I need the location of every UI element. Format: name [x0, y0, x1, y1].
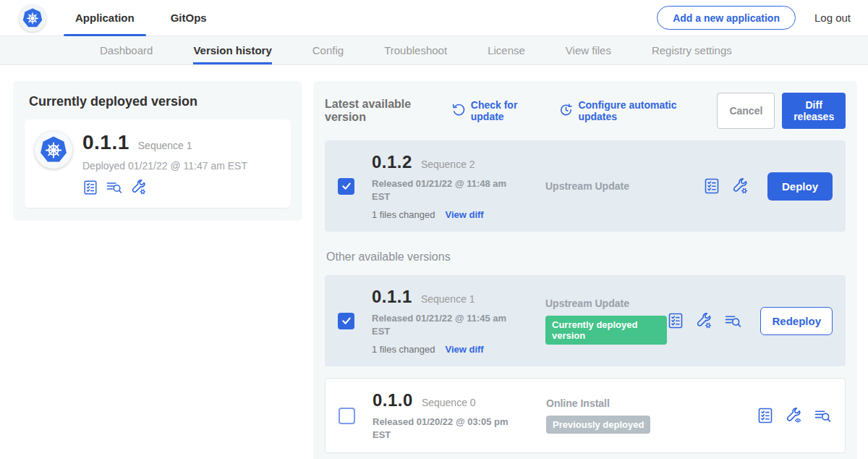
released-timestamp: Released 01/20/22 @ 03:05 pm EST: [373, 416, 510, 441]
preflight-checks-icon[interactable]: [82, 180, 98, 195]
edit-config-icon[interactable]: [731, 177, 749, 195]
tab-registry-settings[interactable]: Registry settings: [652, 36, 732, 64]
deployed-version-number: 0.1.1: [82, 131, 129, 154]
version-number: 0.1.0: [373, 390, 413, 410]
preflight-checks-icon[interactable]: [703, 177, 720, 195]
version-source-label: Upstream Update: [545, 180, 703, 192]
preflight-checks-icon[interactable]: [667, 312, 684, 329]
tab-config[interactable]: Config: [312, 36, 344, 64]
version-row-0-1-0: 0.1.0 Sequence 0 Released 01/20/22 @ 03:…: [325, 378, 846, 453]
version-history-panel: Latest available version Check for updat…: [313, 81, 857, 459]
deployed-timestamp: Deployed 01/21/22 @ 11:47 am EST: [82, 160, 247, 172]
check-for-update-link[interactable]: Check for update: [452, 99, 541, 122]
deployed-version-box: 0.1.1 Sequence 1 Deployed 01/21/22 @ 11:…: [25, 119, 291, 208]
files-changed-label: 1 files changed: [372, 209, 435, 220]
refresh-icon: [452, 103, 466, 119]
other-versions-title: Other available versions: [326, 250, 846, 264]
kubernetes-logo: [19, 4, 46, 32]
preflight-checks-icon[interactable]: [757, 407, 774, 424]
version-source-label: Upstream Update: [545, 298, 667, 309]
deployed-sequence-label: Sequence 1: [138, 140, 192, 151]
app-sub-navbar: Dashboard Version history Config Trouble…: [0, 36, 868, 65]
version-checkbox[interactable]: [339, 408, 355, 424]
tab-version-history[interactable]: Version history: [193, 36, 271, 64]
tab-application[interactable]: Application: [72, 0, 137, 36]
currently-deployed-badge: Currently deployed version: [545, 316, 667, 345]
add-application-button[interactable]: Add a new application: [657, 6, 796, 30]
view-logs-icon[interactable]: [724, 312, 742, 330]
sequence-label: Sequence 2: [421, 159, 475, 170]
released-timestamp: Released 01/21/22 @ 11:48 am EST: [372, 177, 509, 203]
tab-gitops[interactable]: GitOps: [168, 0, 210, 36]
sequence-label: Sequence 0: [422, 397, 476, 408]
version-row-0-1-2: 0.1.2 Sequence 2 Released 01/21/22 @ 11:…: [325, 140, 846, 232]
currently-deployed-title: Currently deployed version: [29, 94, 291, 109]
schedule-update-icon: [559, 103, 573, 119]
view-diff-link[interactable]: View diff: [445, 344, 483, 355]
logout-button[interactable]: Log out: [814, 12, 851, 24]
view-config-icon[interactable]: [785, 407, 803, 425]
view-logs-icon[interactable]: [814, 407, 832, 425]
view-diff-link[interactable]: View diff: [445, 209, 483, 220]
version-source-label: Online Install: [546, 397, 757, 409]
edit-config-icon[interactable]: [695, 312, 713, 330]
latest-version-header: Latest available version Check for updat…: [325, 93, 846, 129]
top-navbar: Application GitOps Add a new application…: [0, 0, 868, 36]
version-number: 0.1.2: [372, 152, 412, 172]
version-number: 0.1.1: [372, 287, 412, 307]
sequence-label: Sequence 1: [421, 293, 475, 305]
currently-deployed-card: Currently deployed version 0.1: [13, 81, 302, 221]
tab-license[interactable]: License: [488, 36, 525, 64]
view-logs-icon[interactable]: [106, 179, 123, 196]
version-checkbox[interactable]: [338, 178, 354, 195]
files-changed-label: 1 files changed: [372, 344, 435, 355]
edit-config-icon[interactable]: [130, 179, 148, 196]
latest-version-title: Latest available version: [325, 98, 439, 124]
deploy-button[interactable]: Deploy: [767, 172, 833, 201]
cancel-button[interactable]: Cancel: [717, 93, 775, 129]
version-row-0-1-1: 0.1.1 Sequence 1 Released 01/21/22 @ 11:…: [325, 275, 846, 366]
tab-view-files[interactable]: View files: [566, 36, 611, 64]
previously-deployed-badge: Previously deployed: [546, 416, 650, 434]
version-checkbox[interactable]: [338, 313, 354, 329]
released-timestamp: Released 01/21/22 @ 11:45 am EST: [372, 312, 509, 337]
tab-dashboard[interactable]: Dashboard: [100, 36, 153, 64]
redeploy-button[interactable]: Redeploy: [760, 307, 833, 335]
diff-releases-button[interactable]: Diff releases: [782, 93, 846, 129]
configure-automatic-updates-link[interactable]: Configure automatic updates: [559, 99, 698, 122]
app-logo: [35, 131, 72, 169]
tab-troubleshoot[interactable]: Troubleshoot: [384, 36, 447, 64]
